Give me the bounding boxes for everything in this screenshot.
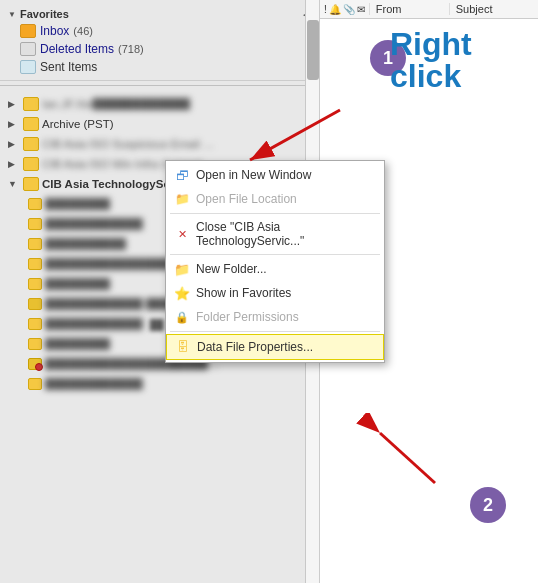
menu-separator-2 xyxy=(170,254,380,255)
flag-icon: ! xyxy=(324,4,327,15)
from-label: From xyxy=(376,3,402,15)
sub-folder-icon-9 xyxy=(28,358,42,370)
favorites-expand-icon: ▼ xyxy=(8,10,16,19)
column-header: ! 🔔 📎 ✉ From Subject xyxy=(320,0,538,19)
tree-expand-wininfra: ▶ xyxy=(8,159,20,169)
sub-count-7: ██ xyxy=(150,319,164,330)
annotation-circle-2: 2 xyxy=(470,487,506,523)
sub-label-7: ████████████ xyxy=(45,318,143,330)
menu-separator-1 xyxy=(170,213,380,214)
msg-icon: ✉ xyxy=(357,4,365,15)
menu-label-folder-permissions: Folder Permissions xyxy=(196,310,299,324)
bell-icon: 🔔 xyxy=(329,4,341,15)
menu-label-show-favorites: Show in Favorites xyxy=(196,286,291,300)
sent-icon xyxy=(20,60,36,74)
tree-item-ian[interactable]: ▶ Ian.JF.Xie████████████ xyxy=(0,94,319,114)
favorites-section: ▼ Favorites ◄ Inbox (46) Deleted Items (… xyxy=(0,0,319,81)
context-menu: 🗗 Open in New Window 📁 Open File Locatio… xyxy=(165,160,385,363)
menu-item-open-file-location: 📁 Open File Location xyxy=(166,187,384,211)
sub-folder-icon-10 xyxy=(28,378,42,390)
tree-item-suspicious[interactable]: ▶ CIB Asia ISO Suspicious Email Collecti… xyxy=(0,134,319,154)
menu-separator-3 xyxy=(170,331,380,332)
sent-label: Sent Items xyxy=(40,60,97,74)
close-icon: ✕ xyxy=(174,226,190,242)
favorites-label: Favorites xyxy=(20,8,69,20)
menu-item-open-new-window[interactable]: 🗗 Open in New Window xyxy=(166,163,384,187)
menu-label-open-file-location: Open File Location xyxy=(196,192,297,206)
tree-expand-ian: ▶ xyxy=(8,99,20,109)
deleted-count: (718) xyxy=(118,43,144,55)
sub-label-10: ████████████ xyxy=(45,378,143,390)
open-file-icon: 📁 xyxy=(174,191,190,207)
deleted-icon xyxy=(20,42,36,56)
from-column-header[interactable]: From xyxy=(370,3,450,15)
column-icons: ! 🔔 📎 ✉ xyxy=(324,3,370,15)
tree-item-archive[interactable]: ▶ Archive (PST) xyxy=(0,114,319,134)
tree-folder-icon-ian xyxy=(23,97,39,111)
menu-item-new-folder[interactable]: 📁 New Folder... xyxy=(166,257,384,281)
favorites-header: ▼ Favorites ◄ xyxy=(0,6,319,22)
sidebar-item-deleted[interactable]: Deleted Items (718) xyxy=(0,40,319,58)
tree-item-sub-10[interactable]: ████████████ xyxy=(0,374,319,394)
tree-expand-suspicious: ▶ xyxy=(8,139,20,149)
tree-label-ian: Ian.JF.Xie████████████ xyxy=(42,98,190,110)
sub-folder-icon-7 xyxy=(28,318,42,330)
menu-label-new-folder: New Folder... xyxy=(196,262,267,276)
lock-icon: 🔒 xyxy=(174,309,190,325)
sub-folder-icon-8 xyxy=(28,338,42,350)
menu-item-data-file-properties[interactable]: 🗄 Data File Properties... xyxy=(166,334,384,360)
tree-label-archive: Archive (PST) xyxy=(42,118,114,130)
main-layout: ▼ Favorites ◄ Inbox (46) Deleted Items (… xyxy=(0,0,538,583)
sidebar-divider xyxy=(0,85,319,86)
tree-folder-icon-archive xyxy=(23,117,39,131)
data-file-icon: 🗄 xyxy=(175,339,191,355)
circle-2-label: 2 xyxy=(483,495,493,516)
sub-folder-icon-2 xyxy=(28,218,42,230)
scroll-thumb[interactable] xyxy=(307,20,319,80)
tree-expand-techservices: ▼ xyxy=(8,179,20,189)
menu-item-close[interactable]: ✕ Close "CIB Asia TechnologyServic..." xyxy=(166,216,384,252)
sub-folder-icon-1 xyxy=(28,198,42,210)
sub-label-1: ████████ xyxy=(45,198,110,210)
tree-label-suspicious: CIB Asia ISO Suspicious Email Collection… xyxy=(42,138,222,150)
sub-label-4: ████████████████ xyxy=(45,258,175,270)
tree-folder-icon-wininfra xyxy=(23,157,39,171)
menu-item-folder-permissions: 🔒 Folder Permissions xyxy=(166,305,384,329)
sub-label-8: ████████ xyxy=(45,338,110,350)
new-folder-icon: 📁 xyxy=(174,261,190,277)
sub-label-3: ██████████ xyxy=(45,238,126,250)
deleted-label: Deleted Items xyxy=(40,42,114,56)
sidebar-item-sent[interactable]: Sent Items xyxy=(0,58,319,76)
sub-label-5: ████████ xyxy=(45,278,110,290)
tree-expand-archive: ▶ xyxy=(8,119,20,129)
sub-label-2: ████████████ xyxy=(45,218,143,230)
open-window-icon: 🗗 xyxy=(174,167,190,183)
sub-folder-icon-4 xyxy=(28,258,42,270)
right-click-label: Rightclick xyxy=(390,28,472,92)
inbox-label: Inbox xyxy=(40,24,69,38)
sub-folder-icon-3 xyxy=(28,238,42,250)
tree-folder-icon-techservices xyxy=(23,177,39,191)
subject-label: Subject xyxy=(456,3,493,15)
inbox-icon xyxy=(20,24,36,38)
tree-folder-icon-suspicious xyxy=(23,137,39,151)
favorites-header-left: ▼ Favorites xyxy=(8,8,69,20)
menu-label-open-new-window: Open in New Window xyxy=(196,168,311,182)
sidebar-item-inbox[interactable]: Inbox (46) xyxy=(0,22,319,40)
star-icon: ⭐ xyxy=(174,285,190,301)
clip-icon: 📎 xyxy=(343,4,355,15)
sub-folder-icon-6 xyxy=(28,298,42,310)
subject-column-header[interactable]: Subject xyxy=(450,3,499,15)
menu-item-show-favorites[interactable]: ⭐ Show in Favorites xyxy=(166,281,384,305)
inbox-count: (46) xyxy=(73,25,93,37)
sub-folder-icon-5 xyxy=(28,278,42,290)
menu-label-data-file-properties: Data File Properties... xyxy=(197,340,313,354)
menu-label-close: Close "CIB Asia TechnologyServic..." xyxy=(196,220,376,248)
